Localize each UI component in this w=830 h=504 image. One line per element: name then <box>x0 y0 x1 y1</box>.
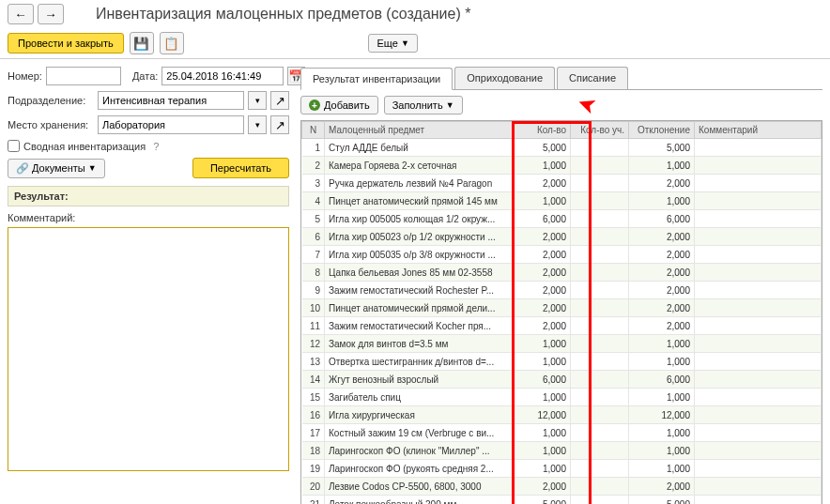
cell-n: 15 <box>302 389 325 406</box>
documents-button[interactable]: 🔗Документы▼ <box>8 159 105 178</box>
cell-comment <box>695 442 822 460</box>
cell-item: Ларингоскоп ФО (клинок "Миллер" ... <box>325 442 513 460</box>
cell-n: 6 <box>302 228 325 246</box>
cell-n: 16 <box>302 406 325 424</box>
table-row[interactable]: 21 Лоток почкообразный 200 мм 5,000 5,00… <box>302 496 822 505</box>
save-button[interactable]: 💾 <box>130 32 154 54</box>
post-icon: 📋 <box>163 37 179 51</box>
dept-open[interactable]: ↗ <box>270 91 289 110</box>
cell-deviation: 2,000 <box>629 246 695 264</box>
page-title: Инвентаризация малоценных предметов (соз… <box>96 6 470 23</box>
table-row[interactable]: 11 Зажим гемостатический Kocher пря... 2… <box>302 317 822 335</box>
table-row[interactable]: 20 Лезвие Codos CP-5500, 6800, 3000 2,00… <box>302 478 822 496</box>
table-row[interactable]: 16 Игла хирургическая 12,000 12,000 <box>302 406 822 424</box>
table-row[interactable]: 19 Ларингоскоп ФО (рукоять средняя 2... … <box>302 460 822 478</box>
cell-item: Игла хир 005005 колющая 1/2 окруж... <box>325 210 513 228</box>
cell-comment <box>695 282 822 299</box>
post-and-close-button[interactable]: Провести и закрыть <box>8 33 124 53</box>
cell-comment <box>695 353 822 371</box>
number-input[interactable] <box>46 67 121 85</box>
storage-open[interactable]: ↗ <box>270 115 289 134</box>
cell-deviation: 5,000 <box>629 496 695 505</box>
tab-result[interactable]: Результат инвентаризации <box>300 68 453 90</box>
table-row[interactable]: 12 Замок для винтов d=3.5 мм 1,000 1,000 <box>302 335 822 353</box>
cell-comment <box>695 335 822 353</box>
cell-qty: 1,000 <box>513 157 571 175</box>
cell-qty: 1,000 <box>513 353 571 371</box>
col-deviation[interactable]: Отклонение <box>629 122 695 139</box>
cell-comment <box>695 460 822 478</box>
dept-dropdown[interactable]: ▾ <box>248 91 267 110</box>
table-row[interactable]: 5 Игла хир 005005 колющая 1/2 окруж... 6… <box>302 210 822 228</box>
cell-qty-acc <box>571 192 629 210</box>
cell-n: 20 <box>302 478 325 496</box>
fill-button[interactable]: Заполнить▼ <box>384 96 463 115</box>
recalc-button[interactable]: Пересчитать <box>192 158 289 178</box>
add-button[interactable]: +Добавить <box>300 96 378 115</box>
consolidated-checkbox[interactable] <box>8 140 20 152</box>
cell-comment <box>695 228 822 246</box>
right-panel: Результат инвентаризации Оприходование С… <box>300 67 822 504</box>
date-input[interactable] <box>161 67 284 85</box>
table-row[interactable]: 4 Пинцет анатомический прямой 145 мм 1,0… <box>302 192 822 210</box>
cell-comment <box>695 317 822 335</box>
table-row[interactable]: 17 Костный зажим 19 см (Verbruge с ви...… <box>302 424 822 442</box>
back-button[interactable]: ← <box>8 4 34 24</box>
cell-comment <box>695 210 822 228</box>
table-row[interactable]: 14 Жгут венозный взрослый 6,000 6,000 <box>302 371 822 389</box>
cell-deviation: 2,000 <box>629 282 695 299</box>
tab-receipt[interactable]: Оприходование <box>454 67 555 89</box>
cell-n: 4 <box>302 192 325 210</box>
table-row[interactable]: 10 Пинцет анатомический прямой дели... 2… <box>302 299 822 317</box>
col-comment[interactable]: Комментарий <box>695 122 822 139</box>
cell-qty: 2,000 <box>513 317 571 335</box>
comment-textarea[interactable] <box>8 227 289 471</box>
items-table: N Малоценный предмет Кол-во Кол-во уч. О… <box>300 120 822 504</box>
table-row[interactable]: 3 Ручка держатель лезвий №4 Paragon 2,00… <box>302 175 822 192</box>
table-row[interactable]: 6 Игла хир 005023 о/р 1/2 окружности ...… <box>302 228 822 246</box>
more-button[interactable]: Еще▼ <box>368 34 417 53</box>
cell-qty: 12,000 <box>513 406 571 424</box>
table-row[interactable]: 18 Ларингоскоп ФО (клинок "Миллер" ... 1… <box>302 442 822 460</box>
cell-deviation: 1,000 <box>629 389 695 406</box>
cell-n: 3 <box>302 175 325 192</box>
help-icon[interactable]: ? <box>153 141 159 152</box>
cell-qty: 5,000 <box>513 496 571 505</box>
cell-item: Пинцет анатомический прямой 145 мм <box>325 192 513 210</box>
cell-n: 9 <box>302 282 325 299</box>
table-row[interactable]: 13 Отвертка шестигранник д/винтов d=... … <box>302 353 822 371</box>
storage-dropdown[interactable]: ▾ <box>248 115 267 134</box>
cell-item: Лезвие Codos CP-5500, 6800, 3000 <box>325 478 513 496</box>
col-qty[interactable]: Кол-во <box>513 122 571 139</box>
table-row[interactable]: 8 Цапка бельевая Jones 85 мм 02-3558 2,0… <box>302 264 822 282</box>
cell-item: Зажим гемостатический Rochester P... <box>325 282 513 299</box>
cell-item: Игла хир 005023 о/р 1/2 окружности ... <box>325 228 513 246</box>
dept-input[interactable] <box>98 91 244 110</box>
cell-deviation: 1,000 <box>629 335 695 353</box>
table-row[interactable]: 1 Стул АДДЕ белый 5,000 5,000 <box>302 139 822 157</box>
table-row[interactable]: 9 Зажим гемостатический Rochester P... 2… <box>302 282 822 299</box>
cell-qty: 1,000 <box>513 460 571 478</box>
cell-qty-acc <box>571 496 629 505</box>
cell-comment <box>695 496 822 505</box>
col-qty-acc[interactable]: Кол-во уч. <box>571 122 629 139</box>
cell-comment <box>695 264 822 282</box>
cell-qty: 6,000 <box>513 210 571 228</box>
storage-input[interactable] <box>98 115 244 134</box>
forward-button[interactable]: → <box>38 4 64 24</box>
cell-deviation: 2,000 <box>629 175 695 192</box>
tab-writeoff[interactable]: Списание <box>557 67 628 89</box>
comment-label: Комментарий: <box>8 212 289 223</box>
col-n[interactable]: N <box>302 122 325 139</box>
cell-deviation: 2,000 <box>629 228 695 246</box>
cell-deviation: 5,000 <box>629 139 695 157</box>
table-row[interactable]: 2 Камера Горяева 2-х сеточная 1,000 1,00… <box>302 157 822 175</box>
table-row[interactable]: 15 Загибатель спиц 1,000 1,000 <box>302 389 822 406</box>
cell-n: 14 <box>302 371 325 389</box>
col-item[interactable]: Малоценный предмет <box>325 122 513 139</box>
date-label: Дата: <box>132 70 158 82</box>
cell-item: Пинцет анатомический прямой дели... <box>325 299 513 317</box>
cell-item: Загибатель спиц <box>325 389 513 406</box>
table-row[interactable]: 7 Игла хир 005035 о/р 3/8 окружности ...… <box>302 246 822 264</box>
post-button[interactable]: 📋 <box>160 32 184 54</box>
